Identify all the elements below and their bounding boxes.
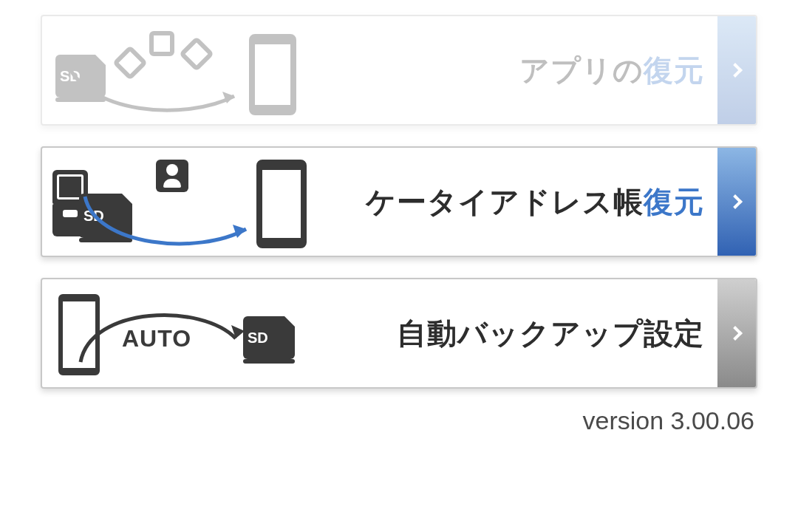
sd-label: SD bbox=[248, 330, 268, 347]
chevron-right-icon bbox=[717, 16, 756, 124]
contacts-restore-row[interactable]: SD ケータイアドレス帳復元 bbox=[41, 146, 757, 257]
app-restore-row: SD アプリの復元 bbox=[41, 15, 757, 126]
chevron-right-icon bbox=[717, 148, 756, 256]
app-restore-label: アプリの復元 bbox=[316, 50, 717, 91]
auto-backup-settings-row[interactable]: AUTO SD 自動バックアップ設定 bbox=[41, 278, 757, 389]
contacts-restore-illustration-icon: SD bbox=[42, 148, 316, 256]
version-label: version 3.00.06 bbox=[41, 406, 757, 435]
app-restore-illustration-icon: SD bbox=[42, 16, 316, 124]
contacts-restore-label: ケータイアドレス帳復元 bbox=[316, 182, 717, 222]
chevron-right-icon bbox=[717, 279, 756, 387]
auto-backup-label: 自動バックアップ設定 bbox=[316, 313, 717, 354]
auto-backup-illustration-icon: AUTO SD bbox=[42, 279, 316, 387]
